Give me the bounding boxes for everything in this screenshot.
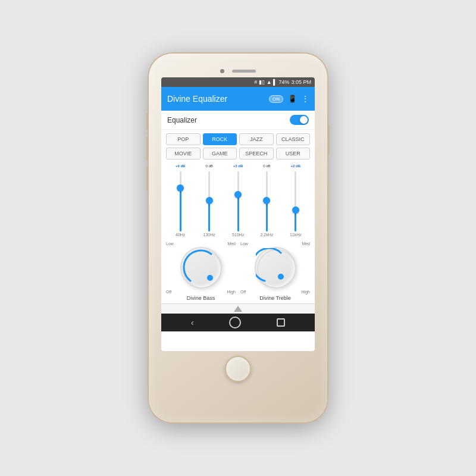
preset-classic[interactable]: CLASSIC xyxy=(276,133,311,145)
power-button[interactable] xyxy=(327,125,330,155)
app-title: Divine Equalizer xyxy=(167,94,227,104)
preset-speech[interactable]: SPEECH xyxy=(239,148,274,159)
treble-med-label: Med xyxy=(302,242,310,246)
silent-switch[interactable] xyxy=(146,113,149,130)
band-db-2: +3 dB xyxy=(233,164,243,170)
treble-off-label: Off xyxy=(240,290,246,294)
bass-labels-top: Low Med xyxy=(166,242,236,246)
band-freq-4: 11kHz xyxy=(290,233,302,237)
treble-knob-svg xyxy=(256,248,298,290)
preset-grid: POP ROCK JAZZ CLASSIC MOVIE GAME SPEECH … xyxy=(161,130,315,162)
battery-level: 74% xyxy=(278,79,289,85)
volume-down-button[interactable] xyxy=(146,167,149,190)
phone-screen: # ▮▯ ▲ ▌ 74% 3:05 PM Divine Equalizer ON… xyxy=(161,77,315,351)
status-hash: # xyxy=(254,79,257,85)
band-track-2[interactable] xyxy=(237,171,239,231)
bass-low-label: Low xyxy=(166,242,174,246)
divine-bass-knob-container: Low Med Off High Divine Bass xyxy=(166,242,236,301)
band-freq-1: 130Hz xyxy=(203,233,215,237)
front-camera xyxy=(220,69,224,73)
status-icons: ▮▯ ▲ ▌ xyxy=(259,79,277,85)
eq-band-40hz[interactable]: +6 dB 40Hz xyxy=(166,164,195,237)
status-bar: # ▮▯ ▲ ▌ 74% 3:05 PM xyxy=(161,77,315,87)
phone-bottom-area xyxy=(225,356,251,382)
android-nav-bar[interactable]: ‹ xyxy=(161,314,315,331)
band-freq-2: 510Hz xyxy=(232,233,244,237)
eq-band-510hz[interactable]: +3 dB 510Hz xyxy=(224,164,252,237)
divine-treble-knob-container: Low Med Off High Divine Treble xyxy=(240,242,310,301)
band-db-1: 0 dB xyxy=(205,164,212,170)
divine-treble-knob[interactable] xyxy=(255,247,296,289)
volume-up-button[interactable] xyxy=(146,137,149,161)
divine-bass-knob[interactable] xyxy=(180,247,222,289)
knobs-section: Low Med Off High Divine Bass xyxy=(161,239,315,303)
band-track-0[interactable] xyxy=(180,171,181,231)
svg-point-2 xyxy=(258,250,296,288)
treble-labels-top: Low Med xyxy=(240,242,310,246)
app-header: Divine Equalizer ON 📱 ⋮ xyxy=(161,87,315,111)
preset-pop[interactable]: POP xyxy=(166,133,201,145)
bass-off-label: Off xyxy=(166,290,171,294)
equalizer-toggle[interactable] xyxy=(290,115,309,125)
header-icons: ON 📱 ⋮ xyxy=(269,95,309,103)
preset-user[interactable]: USER xyxy=(276,148,311,159)
preset-jazz[interactable]: JAZZ xyxy=(239,133,274,145)
tablet-icon[interactable]: 📱 xyxy=(288,95,297,103)
svg-point-3 xyxy=(278,274,284,280)
arrow-up-icon xyxy=(234,306,242,312)
treble-low-label: Low xyxy=(240,242,248,246)
on-label: ON xyxy=(273,96,280,102)
bass-high-label: High xyxy=(227,290,236,294)
recents-button[interactable] xyxy=(277,318,285,327)
screen-bottom-arrow[interactable] xyxy=(161,303,315,314)
treble-labels-bot: Off High xyxy=(240,290,310,294)
equalizer-toggle-row: Equalizer xyxy=(161,111,315,130)
bass-med-label: Med xyxy=(227,242,236,246)
band-db-3: 0 dB xyxy=(263,164,270,170)
on-badge[interactable]: ON xyxy=(269,95,283,103)
eq-band-2khz[interactable]: 0 dB 2.2kHz xyxy=(252,164,281,237)
preset-movie[interactable]: MOVIE xyxy=(166,148,201,159)
svg-point-1 xyxy=(207,275,213,281)
preset-game[interactable]: GAME xyxy=(203,148,237,159)
toggle-knob xyxy=(300,116,308,124)
home-button-nav[interactable] xyxy=(229,317,241,328)
band-freq-3: 2.2kHz xyxy=(261,233,274,237)
more-icon[interactable]: ⋮ xyxy=(302,95,309,103)
bass-knob-svg xyxy=(181,248,223,290)
equalizer-label: Equalizer xyxy=(167,116,197,124)
band-db-4: +2 dB xyxy=(291,164,301,170)
band-track-3[interactable] xyxy=(266,171,268,231)
earpiece-speaker xyxy=(232,70,256,73)
bass-labels-bot: Off High xyxy=(166,290,236,294)
treble-knob-name: Divine Treble xyxy=(259,295,291,301)
back-button[interactable]: ‹ xyxy=(191,318,194,327)
band-track-4[interactable] xyxy=(295,171,296,231)
band-db-0: +6 dB xyxy=(176,164,186,170)
time: 3:05 PM xyxy=(291,79,311,85)
home-button[interactable] xyxy=(225,356,251,382)
preset-rock[interactable]: ROCK xyxy=(203,133,237,145)
treble-high-label: High xyxy=(302,290,310,294)
eq-band-11khz[interactable]: +2 dB 11kHz xyxy=(281,164,310,237)
eq-sliders: +6 dB 40Hz 0 dB 130Hz +3 dB xyxy=(161,162,315,239)
band-track-1[interactable] xyxy=(208,171,210,231)
band-freq-0: 40Hz xyxy=(176,233,185,237)
phone-shell: # ▮▯ ▲ ▌ 74% 3:05 PM Divine Equalizer ON… xyxy=(149,54,327,422)
eq-band-130hz[interactable]: 0 dB 130Hz xyxy=(195,164,223,237)
bass-knob-name: Divine Bass xyxy=(187,295,215,301)
phone-top-area xyxy=(156,64,320,77)
